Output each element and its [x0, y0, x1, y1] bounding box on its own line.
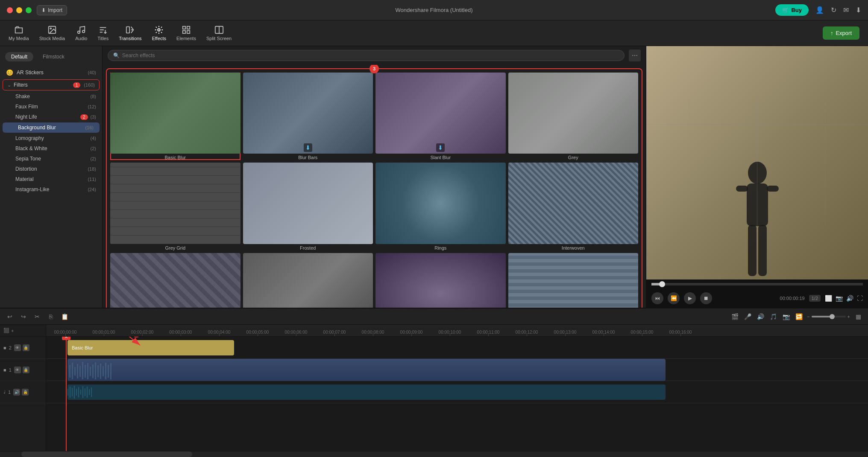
audio-track-lock[interactable]: 🔒: [22, 389, 29, 396]
sidebar-item-sepia-tone[interactable]: Sepia Tone (2): [0, 154, 102, 164]
download-icon[interactable]: ⬇: [856, 6, 861, 14]
grid-button[interactable]: ▦: [853, 312, 863, 321]
speaker-button[interactable]: 🔊: [756, 312, 765, 321]
svg-rect-42: [70, 387, 70, 398]
tick-4: 00:00:04:00: [200, 330, 238, 335]
effect-grey[interactable]: Grey: [508, 73, 639, 160]
slant-blur-download-icon: ⬇: [436, 143, 445, 152]
zoom-slider[interactable]: [812, 316, 846, 317]
video-track-eye[interactable]: 👁: [14, 367, 21, 373]
effect-static[interactable]: Static: [243, 253, 373, 308]
search-box[interactable]: 🔍: [108, 50, 625, 61]
toolbar-split-screen[interactable]: Split Screen: [206, 25, 232, 41]
stop-button[interactable]: ⏹: [700, 292, 712, 304]
scrubber-thumb[interactable]: [659, 281, 665, 287]
undo-button[interactable]: ↩: [5, 312, 15, 321]
copy-button[interactable]: ⎘: [46, 312, 56, 321]
playhead[interactable]: ✕: [66, 337, 67, 451]
timeline-track-labels: ⬛ + ■ 2 👁 🔒 ■ 1 👁 🔒: [0, 325, 46, 451]
toolbar-effects[interactable]: Effects: [152, 25, 166, 41]
audio-track-row: [46, 381, 868, 403]
sidebar-item-lomography[interactable]: Lomography (4): [0, 133, 102, 143]
sidebar-item-ar-stickers[interactable]: 😊 AR Stickers (40): [0, 67, 102, 79]
fullscreen-icon[interactable]: ⛶: [857, 295, 863, 302]
volume-icon[interactable]: 🔊: [846, 295, 853, 302]
toolbar-effects-label: Effects: [152, 36, 166, 41]
audio-clip[interactable]: [67, 384, 666, 400]
zoom-thumb[interactable]: [830, 314, 835, 319]
tab-default[interactable]: Default: [5, 52, 33, 61]
zoom-in-icon[interactable]: +: [847, 314, 850, 319]
minimize-button[interactable]: [16, 7, 22, 13]
sidebar-item-background-blur[interactable]: Background Blur (16): [3, 122, 100, 133]
search-input[interactable]: [122, 52, 619, 58]
svg-rect-33: [92, 364, 94, 378]
export-button[interactable]: ↑ Export: [823, 26, 859, 40]
play-button[interactable]: ▶: [684, 292, 696, 304]
sidebar-item-night-life[interactable]: Night Life 2 (3): [0, 112, 102, 122]
effect-frosted[interactable]: Frosted: [243, 163, 373, 250]
toolbar-audio[interactable]: Audio: [75, 25, 87, 41]
sidebar-item-distortion[interactable]: Distortion (18): [0, 164, 102, 174]
import-button[interactable]: ⬇ Import: [37, 5, 67, 15]
effect-basic-blur[interactable]: Basic Blur: [110, 73, 240, 160]
sidebar-item-black-white[interactable]: Black & White (2): [0, 143, 102, 154]
mail-icon[interactable]: ✉: [843, 6, 849, 14]
crop-icon[interactable]: ⬜: [825, 295, 832, 302]
music-button[interactable]: 🎵: [768, 312, 778, 321]
preview-scrubber[interactable]: [651, 283, 863, 285]
svg-rect-31: [87, 363, 88, 379]
transitions-icon: [126, 25, 135, 35]
step-back-button[interactable]: ⏪: [668, 292, 680, 304]
filter-track-eye[interactable]: 👁: [14, 344, 21, 351]
user-icon[interactable]: 👤: [815, 6, 824, 14]
toolbar-my-media[interactable]: My Media: [9, 25, 29, 41]
zoom-out-icon[interactable]: −: [807, 314, 809, 319]
scrollbar-thumb[interactable]: [21, 451, 192, 457]
add-track-icon[interactable]: +: [11, 328, 14, 333]
effect-interwoven[interactable]: Interwoven: [508, 163, 639, 250]
timeline-scrollbar[interactable]: [0, 451, 868, 457]
screenshot-icon[interactable]: 📷: [836, 295, 843, 302]
cut-button[interactable]: ✂: [32, 312, 42, 321]
effect-disc1[interactable]: Disc 1: [375, 253, 506, 308]
sidebar-item-material[interactable]: Material (11): [0, 174, 102, 184]
buy-button[interactable]: 🛒 Buy: [775, 4, 809, 16]
video-clip-waveform: [67, 359, 666, 381]
prev-frame-button[interactable]: ⏮: [651, 292, 663, 304]
audio-track-speaker[interactable]: 🔊: [13, 389, 20, 396]
paste-button[interactable]: 📋: [60, 312, 69, 321]
effect-rings[interactable]: Rings: [375, 163, 506, 250]
refresh-icon[interactable]: ↻: [831, 6, 836, 14]
fullscreen-button[interactable]: [26, 7, 32, 13]
svg-point-5: [158, 29, 161, 31]
video-clip[interactable]: [67, 359, 666, 381]
effect-slant-blur[interactable]: ⬇ Slant Blur: [375, 73, 506, 160]
svg-rect-41: [67, 389, 68, 396]
redo-button[interactable]: ↪: [19, 312, 28, 321]
effect-mosaic2[interactable]: Mosaic 2: [508, 253, 639, 308]
snapshot-button[interactable]: 📷: [781, 312, 791, 321]
toolbar-stock-media[interactable]: Stock Media: [39, 25, 65, 41]
mic-button[interactable]: 🎤: [743, 312, 752, 321]
sidebar-item-instagram-like[interactable]: Instagram-Like (24): [0, 184, 102, 195]
effect-grey-grid[interactable]: Grey Grid: [110, 163, 240, 250]
loop-button[interactable]: 🔁: [794, 312, 803, 321]
tab-filmstock[interactable]: Filmstock: [37, 52, 70, 61]
toolbar-elements[interactable]: Elements: [176, 25, 196, 41]
effect-diamonds[interactable]: Diamonds: [110, 253, 240, 308]
toolbar-titles[interactable]: Titles: [97, 25, 108, 41]
grid-view-button[interactable]: ⋯: [629, 49, 641, 61]
video-track-lock[interactable]: 🔒: [23, 367, 29, 373]
add-track-button[interactable]: 🎬: [730, 312, 739, 321]
filter-track-lock[interactable]: 🔒: [23, 344, 29, 351]
sidebar-group-filters[interactable]: ⌄ Filters 1 (160): [3, 79, 100, 90]
close-button[interactable]: [7, 7, 13, 13]
import-icon: ⬇: [41, 7, 46, 13]
svg-line-23: [119, 337, 140, 345]
effect-blur-bars[interactable]: ⬇ Blur Bars: [243, 73, 373, 160]
sidebar-item-faux-film[interactable]: Faux Film (12): [0, 102, 102, 112]
lomography-label: Lomography: [15, 135, 91, 141]
sidebar-item-shake[interactable]: Shake (8): [0, 91, 102, 102]
toolbar-transitions[interactable]: Transitions: [119, 25, 141, 41]
